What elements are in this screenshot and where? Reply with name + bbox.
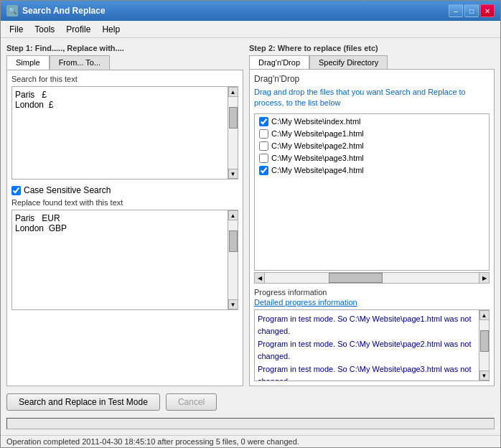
search-label: Search for this text	[11, 75, 238, 83]
status-text: Operation completed 2011-04-30 18:45:10 …	[6, 437, 299, 446]
file-checkbox-1[interactable]	[259, 129, 268, 139]
progress-bar	[6, 418, 495, 429]
list-item: C:\My Website\index.html	[256, 116, 487, 128]
content-area: Step 1: Find....., Replace with.... Simp…	[1, 38, 500, 435]
file-name-2: C:\My Website\page2.html	[271, 141, 364, 150]
minimize-button[interactable]: –	[449, 4, 463, 17]
maximize-button[interactable]: □	[464, 4, 479, 17]
list-item: C:\My Website\page3.html	[256, 152, 487, 164]
main-panels: Step 1: Find....., Replace with.... Simp…	[6, 44, 495, 386]
cancel-button[interactable]: Cancel	[166, 393, 217, 411]
list-item: C:\My Website\page1.html	[256, 128, 487, 140]
log-scroll-down[interactable]: ▼	[479, 370, 490, 381]
replace-scroll-thumb[interactable]	[229, 230, 238, 252]
left-panel: Step 1: Find....., Replace with.... Simp…	[6, 44, 243, 386]
file-list: C:\My Website\index.html C:\My Website\p…	[254, 113, 490, 271]
case-sensitive-label: Case Sensitive Search	[24, 185, 111, 195]
search-text-content: Paris £ London £	[12, 87, 228, 179]
file-checkbox-3[interactable]	[259, 154, 268, 163]
scroll-thumb[interactable]	[229, 107, 238, 129]
app-icon: 🔍	[6, 5, 18, 17]
tab-from-to[interactable]: From... To...	[50, 55, 110, 70]
menu-file[interactable]: File	[4, 23, 29, 36]
file-name-3: C:\My Website\page3.html	[271, 154, 364, 162]
list-item: C:\My Website\page2.html	[256, 140, 487, 152]
progress-log-wrapper: Program in test mode. So C:\My Website\p…	[254, 309, 490, 381]
menu-help[interactable]: Help	[96, 23, 126, 36]
step2-label: Step 2: Where to replace (files etc)	[249, 44, 495, 52]
case-sensitive-checkbox[interactable]	[11, 186, 21, 195]
file-name-4: C:\My Website\page4.html	[271, 166, 364, 174]
h-scroll-left[interactable]: ◀	[255, 273, 265, 283]
step1-label: Step 1: Find....., Replace with....	[6, 44, 243, 52]
menu-profile[interactable]: Profile	[60, 23, 96, 36]
search-text-wrapper: Paris £ London £ ▲ ▼	[11, 86, 238, 179]
tab-dragndrop[interactable]: Drag'n'Drop	[249, 55, 309, 69]
window-title: Search And Replace	[22, 6, 449, 16]
main-window: 🔍 Search And Replace – □ ✕ File Tools Pr…	[0, 0, 501, 448]
log-line-1: Program in test mode. So C:\My Website\p…	[258, 338, 476, 362]
scroll-down-arrow[interactable]: ▼	[228, 169, 238, 179]
tab-simple[interactable]: Simple	[6, 55, 50, 70]
h-scroll-thumb[interactable]	[329, 273, 383, 283]
log-scroll-up[interactable]: ▲	[479, 310, 490, 320]
replace-scroll-up[interactable]: ▲	[228, 210, 238, 220]
dragndrop-desc: Drag and drop the files that you want Se…	[254, 87, 490, 109]
log-scrollbar[interactable]: ▲ ▼	[479, 310, 489, 381]
case-sensitive-row: Case Sensitive Search	[11, 185, 238, 195]
replace-label: Replace found text with this text	[11, 198, 238, 207]
file-name-1: C:\My Website\page1.html	[271, 129, 364, 138]
file-checkbox-2[interactable]	[259, 141, 268, 151]
dragndrop-label: Drag'n'Drop	[254, 74, 490, 84]
step1-tabs: Simple From... To...	[6, 55, 243, 70]
log-scroll-thumb[interactable]	[480, 330, 489, 352]
h-scroll-right[interactable]: ▶	[479, 273, 489, 283]
file-name-0: C:\My Website\index.html	[271, 117, 361, 126]
right-panel: Step 2: Where to replace (files etc) Dra…	[249, 44, 495, 386]
tab-specify-dir[interactable]: Specify Directory	[309, 55, 388, 69]
close-button[interactable]: ✕	[480, 4, 495, 17]
status-bar: Operation completed 2011-04-30 18:45:10 …	[1, 435, 500, 447]
search-scrollbar[interactable]: ▲ ▼	[228, 87, 238, 179]
step1-panel: Search for this text Paris £ London £ ▲ …	[6, 70, 243, 386]
step2-tabs: Drag'n'Drop Specify Directory	[249, 55, 495, 69]
file-checkbox-4[interactable]	[259, 166, 268, 175]
step2-panel: Drag'n'Drop Drag and drop the files that…	[249, 69, 495, 386]
progress-log-content: Program in test mode. So C:\My Website\p…	[255, 310, 479, 381]
progress-section: Progress information Detailed progress i…	[254, 288, 490, 381]
scroll-up-arrow[interactable]: ▲	[228, 87, 238, 97]
menu-bar: File Tools Profile Help	[1, 21, 500, 38]
h-scrollbar[interactable]: ◀ ▶	[254, 272, 490, 284]
menu-tools[interactable]: Tools	[29, 23, 60, 36]
search-replace-test-button[interactable]: Search and Replace in Test Mode	[6, 393, 160, 411]
progress-title: Progress information	[254, 288, 490, 297]
bottom-buttons: Search and Replace in Test Mode Cancel	[6, 391, 495, 414]
log-line-2: Program in test mode. So C:\My Website\p…	[258, 363, 476, 381]
replace-scroll-down[interactable]: ▼	[228, 299, 238, 309]
replace-scrollbar[interactable]: ▲ ▼	[228, 210, 238, 309]
replace-text-wrapper: Paris EUR London GBP ▲ ▼	[11, 210, 238, 310]
log-line-0: Program in test mode. So C:\My Website\p…	[258, 313, 476, 337]
h-scroll-track	[265, 273, 479, 283]
title-bar-buttons: – □ ✕	[449, 4, 495, 17]
list-item: C:\My Website\page4.html	[256, 164, 487, 177]
title-bar: 🔍 Search And Replace – □ ✕	[1, 1, 500, 21]
replace-text-content: Paris EUR London GBP	[12, 210, 228, 309]
file-checkbox-0[interactable]	[259, 117, 268, 126]
progress-link[interactable]: Detailed progress information	[254, 298, 490, 307]
